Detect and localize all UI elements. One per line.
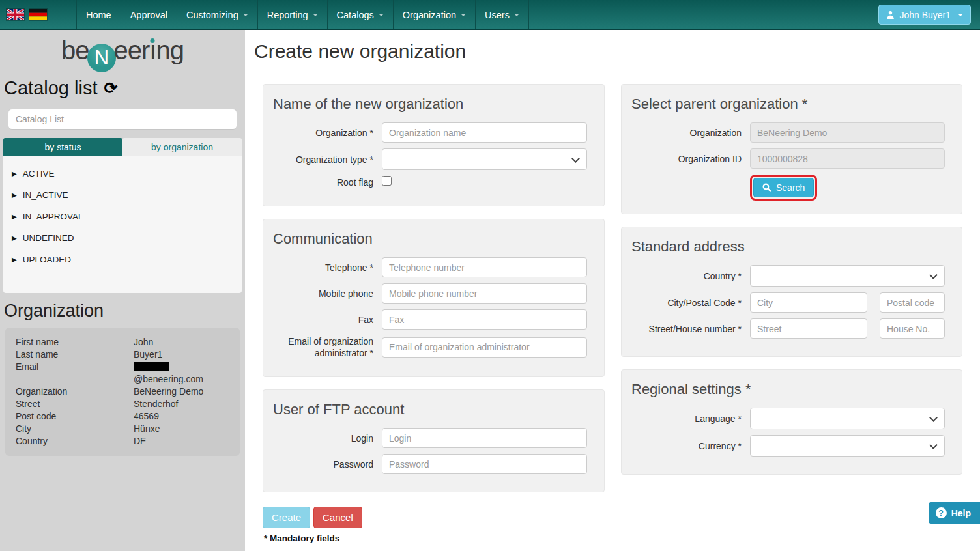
- main-content: Create new organization Name of the new …: [245, 30, 980, 551]
- name-section-panel: Name of the new organization Organizatio…: [263, 84, 605, 206]
- status-item-active[interactable]: ▶ACTIVE: [12, 169, 242, 178]
- triangle-right-icon: ▶: [12, 170, 17, 177]
- tab-by-organization[interactable]: by organization: [122, 138, 242, 156]
- sidebar: beNeerıng Catalog list ⟳ by status by or…: [0, 30, 245, 551]
- fax-label: Fax: [271, 314, 382, 326]
- magnifier-icon: [762, 183, 771, 192]
- annotation-highlight-ring: Search: [750, 175, 817, 201]
- catalog-list-title: Catalog list: [4, 78, 97, 99]
- ftp-password-input[interactable]: [382, 454, 587, 474]
- chevron-down-icon: [379, 14, 384, 16]
- cancel-button[interactable]: Cancel: [313, 507, 362, 528]
- chevron-down-icon: [243, 14, 248, 16]
- currency-label: Currency *: [629, 440, 750, 452]
- nav-item-approval[interactable]: Approval: [121, 0, 177, 29]
- germany-flag-icon[interactable]: [29, 9, 47, 20]
- ftp-login-input[interactable]: [382, 428, 587, 448]
- status-item-in-approval[interactable]: ▶IN_APPROVAL: [12, 212, 242, 221]
- section-title: Name of the new organization: [273, 96, 587, 113]
- top-navbar: Home Approval Customizing Reporting Cata…: [0, 0, 980, 30]
- chevron-down-icon: [958, 14, 963, 16]
- uk-flag-icon[interactable]: [7, 9, 24, 20]
- org-info-row: Last nameBuyer1: [16, 348, 229, 361]
- city-input[interactable]: [750, 292, 867, 313]
- logo-text: ı: [149, 35, 156, 66]
- catalog-status-list: ▶ACTIVE ▶IN_ACTIVE ▶IN_APPROVAL ▶UNDEFIN…: [3, 156, 242, 293]
- help-label: Help: [951, 508, 971, 518]
- language-select[interactable]: [750, 408, 945, 429]
- logo-n-circle: N: [87, 44, 116, 72]
- postal-code-input[interactable]: [880, 292, 945, 313]
- ftp-account-panel: User of FTP account Login Password: [263, 389, 605, 492]
- section-title: User of FTP account: [273, 401, 587, 418]
- triangle-right-icon: ▶: [12, 256, 17, 263]
- nav-item-home[interactable]: Home: [76, 0, 121, 29]
- standard-address-panel: Standard address Country * City/Postal C…: [621, 227, 962, 357]
- parent-organization-panel: Select parent organization * Organizatio…: [621, 84, 962, 214]
- page-title: Create new organization: [254, 40, 980, 63]
- city-postal-label: City/Postal Code *: [629, 297, 750, 309]
- nav-item-organization[interactable]: Organization: [393, 0, 475, 29]
- org-info-row: StreetStenderhof: [16, 398, 229, 410]
- mobile-phone-input[interactable]: [382, 283, 587, 304]
- redacted-email: [134, 362, 169, 371]
- root-flag-checkbox[interactable]: [382, 176, 392, 186]
- help-button[interactable]: ? Help: [929, 502, 980, 524]
- status-item-undefined[interactable]: ▶UNDEFINED: [12, 233, 242, 243]
- ftp-password-label: Password: [271, 459, 382, 470]
- parent-org-label: Organization: [629, 127, 750, 139]
- nav-item-customizing[interactable]: Customizing: [177, 0, 257, 29]
- nav-item-label: Reporting: [267, 10, 308, 20]
- status-item-uploaded[interactable]: ▶UPLOADED: [12, 255, 242, 264]
- user-menu-button[interactable]: John Buyer1: [878, 5, 971, 25]
- create-button[interactable]: Create: [263, 507, 310, 528]
- logo-text: ng: [156, 36, 184, 64]
- org-info-row: CityHünxe: [16, 423, 229, 435]
- nav-item-reporting[interactable]: Reporting: [257, 0, 327, 29]
- section-title: Select parent organization *: [631, 96, 945, 113]
- organization-type-select[interactable]: [382, 148, 587, 170]
- organization-name-input[interactable]: [382, 122, 587, 143]
- parent-org-id-label: Organization ID: [629, 153, 750, 165]
- org-info-row: OrganizationBeNeering Demo: [16, 386, 229, 398]
- regional-settings-panel: Regional settings * Language * Currency …: [621, 369, 962, 475]
- ftp-login-label: Login: [271, 432, 382, 444]
- telephone-input[interactable]: [382, 257, 587, 277]
- triangle-right-icon: ▶: [12, 234, 17, 242]
- admin-email-input[interactable]: [382, 337, 587, 358]
- catalog-search-input[interactable]: [8, 109, 237, 130]
- triangle-right-icon: ▶: [12, 191, 17, 199]
- organization-type-label: Organization type *: [271, 154, 382, 165]
- nav-item-label: Home: [86, 10, 111, 20]
- parent-org-id-input: [750, 148, 945, 169]
- org-info-row: Email@beneering.com: [16, 361, 229, 386]
- user-icon: [886, 10, 895, 19]
- search-parent-org-button[interactable]: Search: [753, 178, 814, 197]
- nav-item-catalogs[interactable]: Catalogs: [327, 0, 393, 29]
- country-select[interactable]: [750, 265, 945, 287]
- organization-info-panel: First nameJohn Last nameBuyer1 Email@ben…: [5, 328, 240, 456]
- language-label: Language *: [629, 413, 750, 425]
- status-item-in-active[interactable]: ▶IN_ACTIVE: [12, 190, 242, 200]
- street-input[interactable]: [750, 318, 867, 339]
- street-house-label: Street/House number *: [629, 323, 750, 335]
- nav-item-label: Organization: [403, 10, 456, 20]
- fax-input[interactable]: [382, 309, 587, 330]
- logo-i-dot: [151, 38, 155, 43]
- chevron-down-icon: [313, 14, 318, 16]
- refresh-icon[interactable]: ⟳: [104, 80, 117, 96]
- org-info-row: CountryDE: [16, 435, 229, 447]
- triangle-right-icon: ▶: [12, 213, 17, 220]
- nav-item-users[interactable]: Users: [475, 0, 528, 29]
- parent-org-input: [750, 122, 945, 143]
- tab-by-status[interactable]: by status: [3, 138, 122, 156]
- logo-text: eer: [114, 36, 150, 64]
- mandatory-fields-note: * Mandatory fields: [263, 533, 605, 543]
- communication-panel: Communication Telephone * Mobile phone F…: [263, 219, 605, 377]
- main-menu: Home Approval Customizing Reporting Cata…: [76, 0, 529, 29]
- currency-select[interactable]: [750, 435, 945, 457]
- org-info-row: First nameJohn: [16, 336, 229, 348]
- house-number-input[interactable]: [880, 318, 945, 339]
- nav-item-label: Catalogs: [337, 10, 374, 20]
- mobile-phone-label: Mobile phone: [271, 288, 382, 300]
